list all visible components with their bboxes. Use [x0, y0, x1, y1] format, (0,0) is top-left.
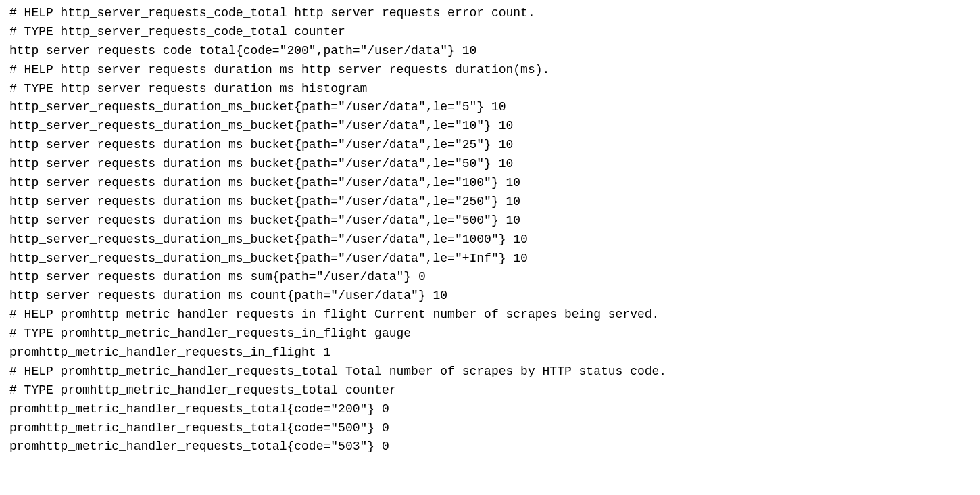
- prometheus-metrics-output: # HELP http_server_requests_code_total h…: [0, 0, 980, 463]
